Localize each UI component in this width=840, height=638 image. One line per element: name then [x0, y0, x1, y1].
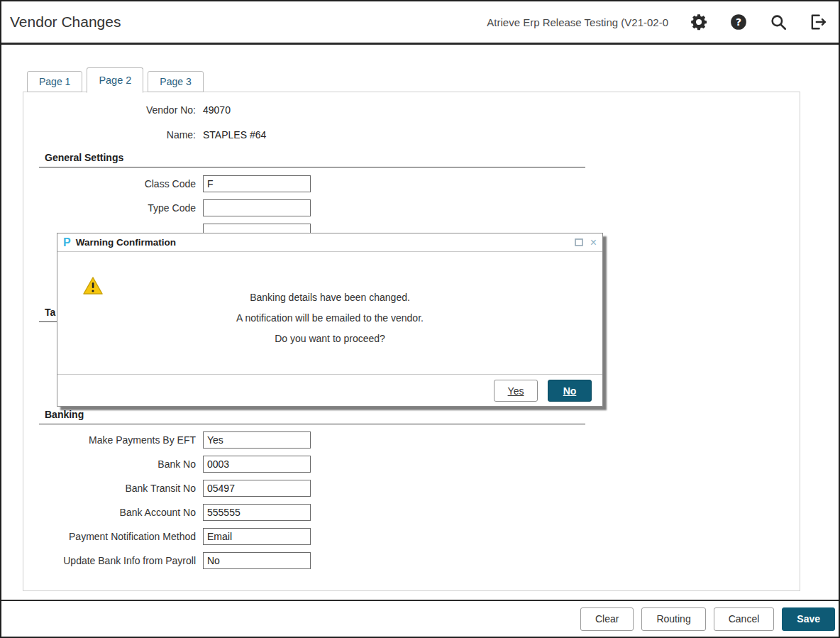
cancel-button[interactable]: Cancel [714, 607, 775, 631]
bank-transit-label: Bank Transit No [23, 483, 196, 494]
save-button[interactable]: Save [782, 607, 835, 631]
vendor-no-value: 49070 [203, 104, 231, 116]
yes-button[interactable]: Yes [494, 380, 538, 402]
type-code-row: Type Code [23, 199, 311, 216]
help-icon[interactable]: ? [729, 13, 748, 31]
payment-notification-label: Payment Notification Method [23, 531, 196, 542]
dialog-body: Banking details have been changed. A not… [57, 252, 602, 374]
logout-icon[interactable] [809, 13, 827, 31]
bank-account-input[interactable] [203, 504, 311, 521]
update-bank-info-input[interactable] [203, 552, 311, 569]
payment-notification-row: Payment Notification Method [23, 528, 311, 545]
bank-transit-input[interactable] [203, 480, 311, 497]
eft-label: Make Payments By EFT [23, 434, 196, 446]
dialog-message-3: Do you want to proceed? [57, 329, 602, 349]
vendor-no-row: Vendor No: 49070 [23, 104, 231, 116]
update-bank-info-label: Update Bank Info from Payroll [23, 555, 196, 566]
bank-account-label: Bank Account No [23, 507, 196, 518]
page-tabs: Page 1 Page 2 Page 3 [27, 67, 208, 92]
footer-action-bar: Clear Routing Cancel Save [1, 600, 839, 637]
dialog-title-bar[interactable]: P Warning Confirmation × [57, 233, 602, 252]
eft-input[interactable] [203, 431, 311, 449]
tab-page-1[interactable]: Page 1 [27, 71, 82, 92]
bank-account-row: Bank Account No [23, 504, 311, 521]
dialog-footer: Yes No [57, 374, 602, 407]
vendor-name-label: Name: [23, 129, 196, 141]
dialog-message-1: Banking details have been changed. [57, 287, 602, 308]
dialog-messages: Banking details have been changed. A not… [57, 287, 602, 349]
bank-no-input[interactable] [203, 456, 311, 473]
eft-row: Make Payments By EFT [23, 431, 311, 449]
vendor-no-label: Vendor No: [23, 104, 196, 116]
tab-page-2[interactable]: Page 2 [87, 67, 143, 93]
warning-confirmation-dialog: P Warning Confirmation × Banking details… [57, 233, 603, 407]
tab-page-3-label: Page 3 [160, 76, 191, 87]
page-title: Vendor Changes [10, 13, 121, 31]
banking-heading: Banking [39, 409, 585, 424]
vendor-name-row: Name: STAPLES #64 [23, 129, 266, 141]
dialog-title: Warning Confirmation [76, 237, 176, 248]
type-code-input[interactable] [203, 199, 311, 216]
update-bank-info-row: Update Bank Info from Payroll [23, 552, 311, 569]
app-logo-icon: P [63, 237, 71, 248]
bank-no-row: Bank No [23, 456, 311, 473]
dialog-controls: × [575, 237, 597, 248]
vendor-changes-window: Vendor Changes Atrieve Erp Release Testi… [0, 0, 840, 638]
no-button[interactable]: No [548, 380, 592, 402]
maximize-icon[interactable] [575, 238, 583, 246]
svg-text:?: ? [736, 16, 741, 28]
close-icon[interactable]: × [590, 237, 597, 248]
tab-page-2-label: Page 2 [99, 75, 131, 86]
header-right: Atrieve Erp Release Testing (V21-02-0 ? [487, 13, 827, 31]
vendor-name-value: STAPLES #64 [203, 129, 266, 141]
dialog-message-2: A notification will be emailed to the ve… [57, 308, 602, 329]
general-settings-heading: General Settings [39, 152, 585, 167]
header-bar: Vendor Changes Atrieve Erp Release Testi… [1, 1, 839, 45]
payment-notification-input[interactable] [203, 528, 311, 545]
bank-transit-row: Bank Transit No [23, 480, 311, 497]
tab-page-3[interactable]: Page 3 [148, 71, 203, 92]
type-code-label: Type Code [23, 202, 196, 214]
gear-icon[interactable] [690, 13, 708, 31]
bank-no-label: Bank No [23, 458, 196, 470]
app-title: Atrieve Erp Release Testing (V21-02-0 [487, 16, 668, 28]
clear-button[interactable]: Clear [580, 607, 634, 631]
tab-page-1-label: Page 1 [39, 76, 70, 87]
class-code-label: Class Code [23, 178, 196, 189]
routing-button[interactable]: Routing [641, 607, 705, 631]
class-code-row: Class Code [23, 175, 311, 192]
class-code-input[interactable] [203, 175, 311, 192]
search-icon[interactable] [769, 13, 788, 31]
